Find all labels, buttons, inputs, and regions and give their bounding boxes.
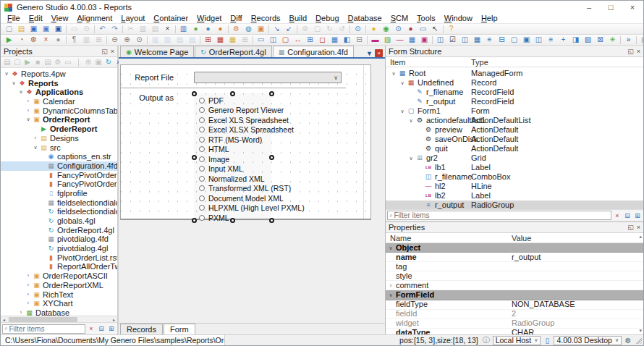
filter-clear-icon[interactable]: × [613,212,622,219]
widget-add-button[interactable]: + [557,35,569,45]
expander-icon[interactable]: ∨ [407,116,415,125]
grid-merge-button[interactable]: ▦ [214,35,226,45]
project-tree-row[interactable]: › ▣ OrderReportASCII [1,271,117,281]
link-button[interactable]: ⊘ [299,24,311,34]
scroll-right-icon[interactable]: ▸ [111,317,117,322]
widget-combobox-button[interactable]: ◫ [459,35,471,45]
projects-filter-input[interactable] [9,325,83,333]
widget-table-button[interactable]: ▦ [471,35,483,45]
expander-icon[interactable]: ∨ [10,79,17,88]
widget-hline-button[interactable]: — [394,35,406,45]
export-button[interactable]: ↙ [283,24,295,34]
menu-item[interactable]: Debug [311,14,343,23]
radio-option[interactable]: Image [194,154,271,164]
collapse-all-icon[interactable]: ⊟ [97,325,106,332]
compare-button[interactable]: ▢ [311,24,323,34]
selection-handle[interactable] [269,155,274,160]
new-button[interactable]: ▢ [3,24,15,34]
report-file-label[interactable]: Report File [134,72,176,83]
project-tree-row[interactable]: ∨ ❖ Reports.4pw [1,69,117,79]
project-tree-row[interactable]: ∨ ▣ OrderReport [1,115,117,125]
property-row[interactable]: dataType CHAR [386,329,643,334]
redo-button[interactable]: ↷ [109,24,121,34]
expander-icon[interactable]: ∨ [25,115,32,125]
property-value[interactable]: 2 [512,309,516,318]
property-row[interactable]: › comment [386,281,643,290]
close-panel-icon[interactable]: × [111,48,114,55]
ball-button[interactable]: ● [368,24,380,34]
property-row[interactable]: fieldId 2 [386,310,643,319]
radio-button-icon[interactable] [199,156,205,162]
property-row[interactable]: tag [386,262,643,271]
project-tree-row[interactable]: › ▣ OrderReportXML [1,281,117,290]
menu-item[interactable]: Tools [412,14,440,23]
project-tree-row[interactable]: ▶ OrderReport [1,125,117,134]
project-tree-row[interactable]: ↻ OrderReport.4gl [1,226,117,235]
report-button[interactable]: ▣ [638,35,643,45]
menu-item[interactable]: View [47,14,73,23]
property-row[interactable]: fieldType NON_DATABASE [386,300,643,310]
widget-textedit-button[interactable]: ▢ [508,35,520,45]
paragraph-button[interactable]: ¶ [68,35,80,45]
debug-button[interactable]: ⚙ [27,35,40,45]
update-button[interactable]: ↻ [323,24,336,34]
container-group-button[interactable]: ▢ [279,35,292,45]
copy-button[interactable]: ▥ [137,24,149,34]
print-project-button[interactable]: ▭ [63,57,73,67]
find-button[interactable]: ⊙ [352,24,364,34]
expand-all-icon[interactable]: ⊞ [107,325,116,332]
remote-button[interactable]: ◍ [242,24,255,34]
refresh-button[interactable]: ↻ [103,57,114,67]
property-value[interactable]: r_output [512,253,541,262]
widget-lb-button[interactable]: ▣ [418,35,431,45]
property-row[interactable]: name r_output [386,253,643,262]
property-value[interactable]: RadioGroup [512,318,554,328]
expander-icon[interactable]: ∨ [17,88,25,97]
widget-frame-button[interactable]: ⊠ [594,35,606,45]
form-structure-row[interactable]: ✎ r_output RecordField [386,97,643,106]
add-item-button[interactable]: ⊕ [83,57,93,67]
radio-option[interactable]: Genero Report Viewer [194,106,271,116]
expander-icon[interactable]: › [25,290,32,300]
expander-icon[interactable]: ∨ [386,290,396,300]
close-button[interactable]: × [622,1,643,14]
stop-button[interactable]: ● [52,35,64,45]
collapse-all-icon[interactable]: ⊟ [623,212,632,219]
inspect-button[interactable]: ⊙ [392,24,404,34]
print-button[interactable]: ▭ [68,24,80,34]
form-structure-row[interactable]: ∨ ▦ Root ManagedForm [386,69,643,78]
expander-icon[interactable]: › [25,97,32,106]
container-hbox-button[interactable]: ▭ [255,35,267,45]
menu-item[interactable]: SCM [386,14,412,23]
output-as-label[interactable]: Output as [134,93,176,103]
expander-icon[interactable]: ∨ [32,143,39,153]
filter-clear-icon[interactable]: × [87,325,96,332]
form-structure-row[interactable]: ⚙ quit ActionDefault [386,144,643,153]
align-top-button[interactable]: ▤ [174,35,186,45]
widget-form-button[interactable]: ▦ [406,35,418,45]
radio-option[interactable]: Transformed XML (RST) [194,184,271,194]
kill-button[interactable]: × [40,35,52,45]
selection-handle[interactable] [230,218,235,223]
selection-handle[interactable] [269,91,274,96]
form-canvas[interactable]: Report File ∨ Output as PDF [120,64,371,220]
expander-icon[interactable]: › [25,106,32,116]
form-structure-row[interactable]: ∨ ⚙ actiondefaultlist1 ActionDefaultList [386,116,643,125]
project-tree-row[interactable]: ∨ ❖ Reports [1,79,117,88]
resize-grip[interactable] [635,337,642,344]
radio-option[interactable]: HTML [194,145,271,155]
property-value[interactable]: NON_DATABASE [512,300,575,309]
project-tree-row[interactable]: ◉ captions_en.str [1,152,117,161]
selection-handle[interactable] [192,155,197,160]
form-structure-row[interactable]: ⚙ preview ActionDefault [386,125,643,135]
revert-button[interactable]: ↺ [336,24,348,34]
open-button[interactable]: ▤ [15,24,27,34]
expand-all-icon[interactable]: ⊞ [633,212,642,219]
environment-selector[interactable]: 4.00.03 Desktop ∨ [554,336,622,345]
radio-button-icon[interactable] [199,166,205,172]
project-tree-row[interactable]: › ▣ DynamicColumnsTable [1,106,117,116]
container-grid-button[interactable]: ⊞ [304,35,316,45]
grid-span-button[interactable]: ▦ [226,35,239,45]
expander-icon[interactable]: › [25,281,32,290]
container-scrollgrid-button[interactable]: ◻ [316,35,329,45]
